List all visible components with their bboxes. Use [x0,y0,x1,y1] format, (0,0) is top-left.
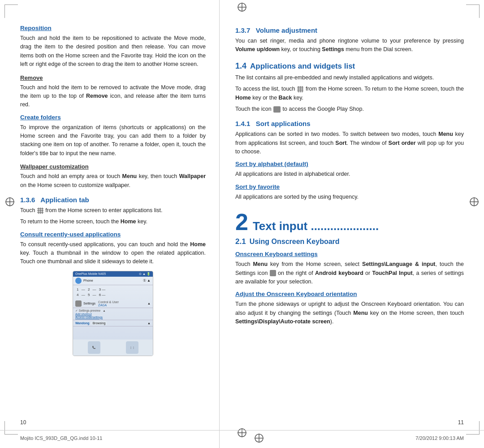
section-remove: Remove Touch and hold the item to be rem… [20,74,206,109]
sort-favorite-section: Sort by favorite All applications are so… [235,183,464,201]
onscreen-settings-heading: Onscreen Keyboard settings [235,251,464,257]
create-folders-body: To improve the organization of items (sh… [20,123,206,158]
footer: Mojito ICS_993D_GB_QG.indd 10-11 7/20/20… [0,430,484,444]
footer-right: 7/20/2012 9:00:13 AM [415,435,464,441]
section-reposition: Reposition Touch and hold the item to be… [20,25,206,69]
phone-status-bar: OnePlus Mobile N405 ⊙ ▲ 🔋 [73,271,153,277]
adjust-orientation-body: Turn the phone sideways or upright to ad… [235,300,464,326]
section-21-title: Using Onscreen Keyboard [250,238,340,246]
phone-icon-1: 📞 [88,341,100,354]
section-136-body1: Touch from the Home screen to enter appl… [20,206,206,215]
phone-row-settings: Settings Control & UserZAGA ▲ [73,300,153,308]
section-137-heading: 1.3.7 Volume adjustment [235,26,464,34]
consult-heading: Consult recently-used applications [20,231,206,238]
reposition-body: Touch and hold the item to be reposition… [20,34,206,69]
section-141: 1.4.1 Sort applications Applications can… [235,120,464,201]
section-136-body2: To return to the Home screen, touch the … [20,217,206,226]
section-137-body: You can set ringer, media and phone ring… [235,37,464,54]
section-14-number: 1.4 [235,61,246,71]
section-136: 1.3.6 Application tab Touch from the Hom… [20,196,206,266]
phone-numbers: 1 — 2 — 3— 4 — 5 — 6— [73,285,153,300]
footer-reg-mark [254,433,264,444]
phone-icon-2: ⋮⋮ [126,341,138,354]
consult-body: To consult recently-used applications, y… [20,240,206,266]
section-141-heading: 1.4.1 Sort applications [235,120,464,127]
play-icon [273,106,281,113]
grid-icon-1 [37,208,43,214]
onscreen-settings-body: Touch Menu key from the Home screen, sel… [235,260,464,286]
sort-alphabet-section: Sort by alphabet (default) All applicati… [235,161,464,178]
section-wallpaper: Wallpaper customization Touch and hold a… [20,163,206,190]
section-21-number: 2.1 [235,237,246,246]
chapter-2-header: 2 Text input ..................... [235,210,464,234]
section-14: 1.4 Applications and widgets list The li… [235,61,464,114]
right-column: 1.3.7 Volume adjustment You can set ring… [220,0,484,448]
phone-row-phone: Phone ① ▲ [73,277,153,285]
sort-favorite-body: All applications are sorted by the using… [235,193,464,201]
section-14-title: Applications and widgets list [250,62,355,71]
phone-screen: OnePlus Mobile N405 ⊙ ▲ 🔋 Phone ① ▲ 1 — … [73,271,153,356]
grid-icon-2 [297,86,303,92]
remove-heading: Remove [20,74,206,81]
sort-alphabet-body: All applications are listed in alphabeti… [235,170,464,178]
section-14-body1: The list contains all pre-embedded and n… [235,74,464,82]
phone-settings-sub: ✓ Settings-preview ▲ Add shortcut Access… [73,308,153,320]
section-21-header: 2.1 Using Onscreen Keyboard [235,237,464,246]
reposition-heading: Reposition [20,25,206,31]
subsection-consult: Consult recently-used applications To co… [20,231,206,266]
section-14-body2: To access the list, touch from the Home … [235,85,464,102]
section-14-body3: Touch the icon to access the Google Play… [235,105,464,113]
create-folders-heading: Create folders [20,114,206,121]
footer-left: Mojito ICS_993D_GB_QG.indd 10-11 [20,435,102,441]
section-create-folders: Create folders To improve the organizati… [20,114,206,158]
phone-screenshot: OnePlus Mobile N405 ⊙ ▲ 🔋 Phone ① ▲ 1 — … [73,271,153,356]
wallpaper-body: Touch and hold an empty area or touch Me… [20,172,206,190]
wallpaper-heading: Wallpaper customization [20,163,206,170]
sort-alphabet-heading: Sort by alphabet (default) [235,161,464,167]
adjust-orientation-heading: Adjust the Onscreen Keyboard orientation [235,291,464,297]
adjust-orientation-section: Adjust the Onscreen Keyboard orientation… [235,291,464,326]
page-number-left: 10 [20,419,26,426]
chapter-2: 2 Text input ..................... 2.1 U… [235,210,464,326]
section-21: 2.1 Using Onscreen Keyboard Onscreen Key… [235,237,464,326]
sort-favorite-heading: Sort by favorite [235,183,464,190]
section-14-header: 1.4 Applications and widgets list [235,61,464,71]
onscreen-settings-section: Onscreen Keyboard settings Touch Menu ke… [235,251,464,286]
section-136-heading: 1.3.6 Application tab [20,196,206,204]
chapter-2-number: 2 [235,210,248,234]
phone-wandong-row: Wandong Browsing ▲ [73,320,153,326]
page-number-right: 11 [458,419,464,426]
remove-body: Touch and hold the item to be removed to… [20,83,206,109]
settings-icon [270,270,276,276]
section-137: 1.3.7 Volume adjustment You can set ring… [235,26,464,54]
left-column: Reposition Touch and hold the item to be… [0,0,220,448]
section-141-body: Applications can be sorted in two modes.… [235,130,464,156]
phone-bottom-icons: 📞 ⋮⋮ [73,339,153,356]
chapter-2-title: Text input ..................... [253,220,379,233]
